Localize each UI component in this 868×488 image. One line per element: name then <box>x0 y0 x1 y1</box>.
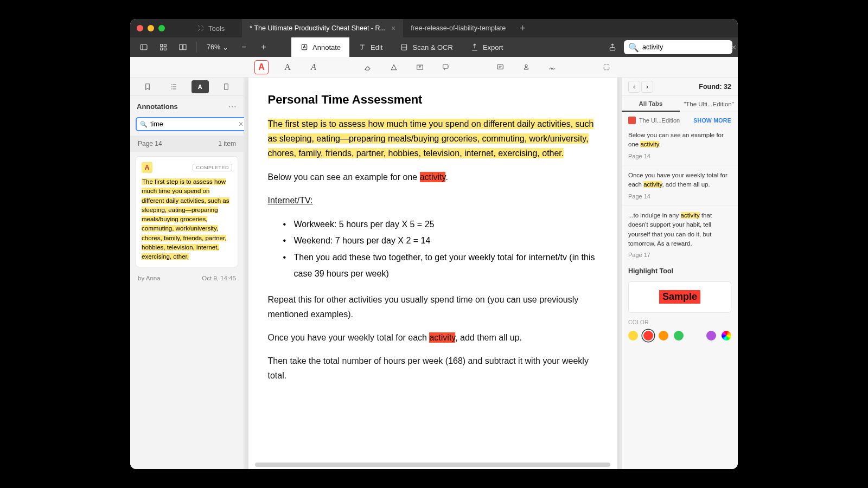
horizontal-scrollbar[interactable] <box>255 463 610 467</box>
svg-rect-11 <box>443 65 448 68</box>
highlight-tool-button[interactable]: A <box>254 60 269 74</box>
color-picker-button[interactable] <box>722 331 731 341</box>
split-view-button[interactable] <box>175 40 191 54</box>
annotations-menu-button[interactable]: ⋯ <box>228 101 237 112</box>
document-viewport[interactable]: Personal Time Assessment The first step … <box>244 78 621 469</box>
prev-result-button[interactable]: ‹ <box>628 81 640 93</box>
mode-export[interactable]: Export <box>462 37 512 57</box>
annotations-search-input[interactable] <box>150 120 235 128</box>
shape-tool-button[interactable] <box>387 60 401 74</box>
zoom-dropdown[interactable]: 76%⌄ <box>202 43 233 52</box>
annotation-author: by Anna <box>138 275 161 281</box>
tab-this-doc[interactable]: "The Ulti...Edition" <box>680 96 738 112</box>
clear-search-icon[interactable]: ✕ <box>731 43 737 52</box>
tools-menu[interactable]: Tools <box>196 24 225 33</box>
source-name: The Ul...Edition <box>639 117 680 124</box>
annotate-icon <box>300 43 309 52</box>
search-icon: 🔍 <box>628 42 639 53</box>
strikethrough-tool-button[interactable]: A <box>307 60 321 74</box>
mode-edit[interactable]: Edit <box>349 37 391 57</box>
global-search[interactable]: 🔍 ✕ <box>624 40 732 54</box>
zoom-value: 76% <box>207 43 220 51</box>
annotation-card[interactable]: A COMPLETED The first step is to assess … <box>136 156 238 267</box>
mode-label: Export <box>483 43 503 52</box>
search-result[interactable]: Below you can see an example for one act… <box>622 127 738 163</box>
signature-tool-button[interactable] <box>545 60 559 74</box>
note-tool-button[interactable] <box>493 60 507 74</box>
next-result-button[interactable]: › <box>641 81 653 93</box>
show-more-button[interactable]: SHOW MORE <box>693 117 731 124</box>
color-swatch-red[interactable] <box>643 331 653 341</box>
eraser-tool-button[interactable] <box>361 60 375 74</box>
search-result[interactable]: ...to indulge in any activity that doesn… <box>622 208 738 262</box>
annotation-date: Oct 9, 14:45 <box>202 275 236 281</box>
tab-label: free-release-of-liability-template <box>411 24 506 32</box>
annotations-tab[interactable]: A <box>192 80 209 93</box>
separator <box>196 42 197 53</box>
outline-tab[interactable] <box>165 80 182 93</box>
highlight-preview: Sample <box>628 281 731 313</box>
svg-rect-15 <box>225 84 228 89</box>
close-tab-icon[interactable]: × <box>391 24 395 33</box>
global-search-input[interactable] <box>642 43 727 51</box>
textbox-tool-button[interactable] <box>413 60 427 74</box>
mode-scan[interactable]: Scan & OCR <box>391 37 461 57</box>
annotation-toolbar: A A A <box>130 57 738 78</box>
search-result[interactable]: Once you have your weekly total for each… <box>622 168 738 203</box>
annotation-excerpt: The first step is to assess how much tim… <box>142 177 232 261</box>
add-tab-button[interactable]: + <box>513 19 532 37</box>
zoom-in-button[interactable]: + <box>256 40 272 54</box>
result-page: Page 14 <box>628 152 731 161</box>
svg-rect-4 <box>164 48 166 50</box>
bookmarks-tab[interactable] <box>139 80 156 93</box>
main-toolbar: 76%⌄ − + Annotate Edit Scan & OCR Export <box>130 37 738 57</box>
titlebar: Tools * The Ultimate Productivity Cheat … <box>130 19 738 37</box>
minimize-window-button[interactable] <box>148 25 154 31</box>
subheading: Internet/TV: <box>268 193 598 208</box>
share-button[interactable] <box>604 40 621 54</box>
left-panel-tabs: A <box>130 78 244 96</box>
clear-icon[interactable]: ✕ <box>238 120 244 128</box>
color-swatch-green[interactable] <box>674 331 684 341</box>
color-swatches <box>622 326 738 345</box>
tab-all-tabs[interactable]: All Tabs <box>622 96 680 112</box>
svg-rect-6 <box>183 44 186 49</box>
list-item: Weekend: 7 hours per day X 2 = 14 <box>283 233 598 249</box>
list-item: Then you add these two together, to get … <box>283 249 598 282</box>
svg-rect-2 <box>164 44 166 47</box>
stamp-tool-button[interactable] <box>519 60 533 74</box>
thumbnails-tab[interactable] <box>218 80 235 93</box>
tab-inactive[interactable]: free-release-of-liability-template <box>403 19 513 37</box>
mode-annotate[interactable]: Annotate <box>291 37 349 57</box>
paragraph: Below you can see an example for one act… <box>268 170 598 184</box>
color-swatch-orange[interactable] <box>659 331 668 341</box>
highlight-tool-heading: Highlight Tool <box>622 262 738 278</box>
close-window-button[interactable] <box>137 25 143 31</box>
tools-label: Tools <box>208 24 225 33</box>
svg-rect-3 <box>161 48 163 50</box>
callout-tool-button[interactable] <box>439 60 453 74</box>
page-group-header[interactable]: Page 14 1 item <box>130 136 244 152</box>
zoom-out-button[interactable]: − <box>236 40 252 54</box>
annotations-search[interactable]: 🔍 ✕ <box>136 117 248 131</box>
paragraph: Once you have your weekly total for each… <box>268 330 598 345</box>
window-controls <box>137 25 165 31</box>
color-swatch-purple[interactable] <box>706 331 716 341</box>
main-area: A Annotations ⋯ 🔍 ✕ Page 14 1 item <box>130 78 738 469</box>
maximize-window-button[interactable] <box>158 25 165 31</box>
tab-label: * The Ultimate Productivity Cheat Sheet … <box>250 24 386 32</box>
results-nav: ‹ › Found: 32 <box>622 78 738 96</box>
sidebar-toggle-button[interactable] <box>136 40 152 54</box>
color-swatch-yellow[interactable] <box>628 331 638 341</box>
search-icon: 🔍 <box>140 121 148 128</box>
item-count: 1 item <box>218 140 236 147</box>
grid-view-button[interactable] <box>155 40 171 54</box>
select-tool-button[interactable] <box>599 60 614 74</box>
tab-active[interactable]: * The Ultimate Productivity Cheat Sheet … <box>242 19 403 37</box>
tools-icon <box>196 24 205 33</box>
underline-tool-button[interactable]: A <box>280 60 295 74</box>
mode-label: Scan & OCR <box>412 43 452 52</box>
mode-label: Edit <box>371 43 382 52</box>
annotations-header: Annotations ⋯ <box>130 96 244 115</box>
edit-icon <box>358 43 367 52</box>
